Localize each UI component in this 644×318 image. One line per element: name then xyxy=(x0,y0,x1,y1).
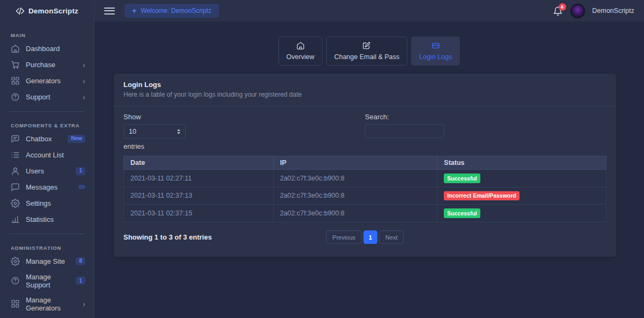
gear-icon xyxy=(11,257,20,266)
help-circle-icon xyxy=(11,92,20,102)
cell-date: 2021-03-11 02:37:15 xyxy=(124,205,274,222)
menu-toggle-icon[interactable] xyxy=(104,8,115,15)
status-badge: Successful xyxy=(444,208,480,218)
sidebar-item-label: Support xyxy=(26,93,50,101)
profile-tabs: Overview Change Email & Pass Login Logs xyxy=(94,37,644,66)
sidebar-item-label: Manage Generators xyxy=(26,296,77,312)
sidebar-item-label: Dashboard xyxy=(26,45,60,53)
drive-icon xyxy=(431,41,441,50)
entries-label: entries xyxy=(123,142,365,150)
previous-page-button[interactable]: Previous xyxy=(326,230,362,244)
sidebar-item-label: Messages xyxy=(26,183,57,191)
chat-icon xyxy=(11,134,20,143)
tab-login-logs[interactable]: Login Logs xyxy=(411,37,460,66)
sidebar-item-purchase[interactable]: Purchase › xyxy=(0,56,94,73)
sidebar-divider xyxy=(10,234,84,234)
help-circle-icon xyxy=(11,276,20,285)
brand-logo[interactable]: DemonScriptz xyxy=(0,0,94,21)
count-badge: 1 xyxy=(76,277,85,285)
search-input[interactable] xyxy=(365,124,444,138)
page-size-value: 10 xyxy=(129,128,136,135)
table-row: 2021-03-11 02:37:15 2a02:c7f:3e0c:b900:8… xyxy=(124,205,606,222)
welcome-button[interactable]: + Welcome: DemonScriptz xyxy=(125,4,219,18)
card-title: Login Logs xyxy=(123,81,606,89)
sidebar-item-generators[interactable]: Generators › xyxy=(0,73,94,89)
sidebar-item-label: Account List xyxy=(26,151,64,159)
status-badge: Incorrect Email/Password xyxy=(444,191,519,201)
sidebar-item-label: Users xyxy=(26,167,44,175)
chevron-right-icon: › xyxy=(83,300,85,308)
edit-icon xyxy=(362,41,371,50)
tab-change-email-pass[interactable]: Change Email & Pass xyxy=(326,37,408,66)
cell-date: 2021-03-11 02:27:11 xyxy=(124,170,274,187)
pagination: Previous 1 Next xyxy=(326,230,404,244)
sidebar-item-label: Purchase xyxy=(26,61,55,69)
sidebar-item-label: Manage Site xyxy=(26,257,65,265)
main-content: Overview Change Email & Pass Login Logs … xyxy=(94,21,644,318)
sidebar: DemonScriptz MAIN Dashboard Purchase › G… xyxy=(0,0,94,318)
sidebar-item-users[interactable]: Users 1 xyxy=(0,163,94,179)
user-avatar[interactable] xyxy=(570,4,585,18)
sidebar-item-label: Manage Support xyxy=(26,273,70,289)
sidebar-divider xyxy=(10,111,84,112)
sidebar-item-manage-generators[interactable]: Manage Generators › xyxy=(0,292,94,315)
sidebar-item-manage-support[interactable]: Manage Support 1 xyxy=(0,269,94,292)
plus-icon: + xyxy=(132,7,136,15)
sidebar-item-statistics[interactable]: Statistics xyxy=(0,211,94,227)
cell-ip: 2a02:c7f:3e0c:b900:8 xyxy=(273,170,437,187)
page-size-select[interactable]: 10 xyxy=(123,124,186,139)
show-label: Show xyxy=(123,113,365,121)
topbar-user-name[interactable]: DemonScriptz xyxy=(592,7,635,15)
sidebar-item-notifications[interactable]: Notifications xyxy=(0,315,94,318)
sidebar-item-dashboard[interactable]: Dashboard xyxy=(0,40,94,56)
tab-overview[interactable]: Overview xyxy=(279,37,323,66)
sidebar-section-administration: ADMINISTRATION xyxy=(11,245,83,251)
user-icon xyxy=(11,167,20,176)
home-icon xyxy=(296,41,305,50)
count-badge: 1 xyxy=(76,167,85,175)
login-logs-table: Date IP Status 2021-03-11 02:27:11 2a02:… xyxy=(123,156,606,222)
sidebar-item-manage-site[interactable]: Manage Site 8 xyxy=(0,253,94,269)
next-page-button[interactable]: Next xyxy=(379,230,404,244)
page-number-button[interactable]: 1 xyxy=(363,230,377,244)
showing-entries-text: Showing 1 to 3 of 3 entries xyxy=(123,233,212,241)
chevron-right-icon: › xyxy=(83,77,85,85)
count-badge: 8 xyxy=(76,257,85,265)
list-icon xyxy=(11,150,20,160)
message-icon xyxy=(11,183,20,192)
tab-label: Overview xyxy=(287,53,314,61)
tab-label: Login Logs xyxy=(419,53,452,61)
sidebar-item-label: Statistics xyxy=(26,215,54,223)
sidebar-item-support[interactable]: Support › xyxy=(0,89,94,105)
cell-ip: 2a02:c7f:3e0c:b900:8 xyxy=(273,187,437,205)
notifications-bell[interactable]: 6 xyxy=(553,6,563,16)
tab-label: Change Email & Pass xyxy=(334,53,400,61)
gear-icon xyxy=(11,199,20,208)
grid-icon xyxy=(11,299,20,308)
table-row: 2021-03-11 02:27:11 2a02:c7f:3e0c:b900:8… xyxy=(124,170,606,187)
new-badge: New xyxy=(68,135,85,143)
cell-date: 2021-03-11 02:37:13 xyxy=(124,187,274,205)
column-header-ip[interactable]: IP xyxy=(273,156,437,170)
notification-count-badge: 6 xyxy=(559,3,566,11)
sidebar-item-account-list[interactable]: Account List xyxy=(0,147,94,163)
brand-name: DemonScriptz xyxy=(28,7,78,15)
table-row: 2021-03-11 02:37:13 2a02:c7f:3e0c:b900:8… xyxy=(124,187,606,205)
select-arrows-icon xyxy=(177,129,180,134)
sidebar-item-label: Settings xyxy=(26,199,51,207)
home-icon xyxy=(11,44,20,53)
column-header-date[interactable]: Date xyxy=(124,156,274,170)
search-label: Search: xyxy=(365,113,606,121)
grid-icon xyxy=(11,76,20,85)
status-badge: Successful xyxy=(444,174,480,183)
sidebar-item-chatbox[interactable]: Chatbox New xyxy=(0,131,94,147)
sidebar-section-main: MAIN xyxy=(11,32,83,38)
sidebar-item-messages[interactable]: Messages xyxy=(0,179,94,195)
sidebar-item-settings[interactable]: Settings xyxy=(0,195,94,211)
column-header-status[interactable]: Status xyxy=(437,156,606,170)
topbar: + Welcome: DemonScriptz 6 DemonScriptz xyxy=(94,0,644,21)
cart-icon xyxy=(11,60,20,69)
sidebar-item-label: Chatbox xyxy=(26,135,52,143)
sidebar-item-label: Generators xyxy=(26,77,61,85)
welcome-label: Welcome: DemonScriptz xyxy=(141,7,211,15)
